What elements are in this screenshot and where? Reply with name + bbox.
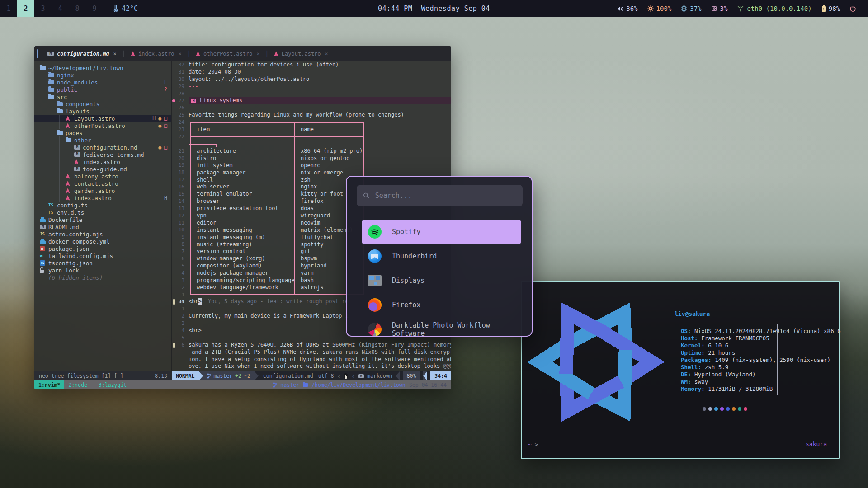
tmux-window-lazygit[interactable]: 3:lazygit: [94, 380, 131, 389]
tree-item[interactable]: layouts: [34, 108, 171, 115]
filetype: markdown: [367, 373, 392, 379]
launcher-item-firefox[interactable]: Firefox: [362, 293, 521, 317]
workspace-9[interactable]: 9: [86, 0, 103, 17]
launcher-item-darktable[interactable]: Darktable Photo Workflow Software: [362, 317, 521, 337]
tree-item[interactable]: docker-compose.yml: [34, 238, 171, 245]
app-label: Firefox: [392, 301, 420, 309]
power-button[interactable]: [849, 5, 856, 12]
app-label: Darktable Photo Workflow Software: [392, 321, 521, 337]
date: Wednesday Sep 04: [421, 5, 490, 13]
table-row: architecturex86_64 (rip m2 pro): [191, 148, 363, 155]
tree-item[interactable]: balcony.astro: [34, 173, 171, 180]
tree-item[interactable]: Mtone-guide.md: [34, 165, 171, 173]
tmux-branch: master: [281, 382, 300, 388]
powerline-separator: [423, 371, 427, 380]
tree-item[interactable]: contact.astro: [34, 180, 171, 187]
tree-item[interactable]: other: [34, 136, 171, 144]
shell-prompt[interactable]: ~ >: [528, 441, 546, 448]
file-tree[interactable]: ~/Development/liv.townnginxnode_modulesE…: [34, 61, 172, 371]
tab-layout-astro[interactable]: Layout.astro ×: [269, 46, 334, 61]
git-changed: ~2: [244, 373, 250, 379]
tmux-window-node[interactable]: 2:node-: [64, 380, 94, 389]
tree-item[interactable]: ~/Development/liv.town: [34, 64, 171, 71]
prompt-char: >: [535, 441, 538, 448]
bufferline-indicator: [37, 49, 38, 58]
brightness-module[interactable]: 100%: [647, 5, 672, 12]
terminal-window[interactable]: liv@sakura OS: NixOS 24.11.20240828.71e9…: [521, 281, 840, 459]
tab-otherpost-astro[interactable]: otherPost.astro ×: [190, 46, 265, 61]
tree-item[interactable]: MREADME.md: [34, 223, 171, 230]
buffer-line: 29---: [172, 83, 451, 90]
workspace-2-active[interactable]: 2: [17, 0, 34, 17]
table-row: privilege escalation tooldoas: [191, 205, 363, 212]
close-icon[interactable]: ×: [113, 51, 117, 57]
tab-index-astro[interactable]: index.astro ×: [125, 46, 187, 61]
battery-icon: [821, 5, 826, 12]
tree-item[interactable]: Dockerfile: [34, 216, 171, 223]
tree-item[interactable]: TStsconfig.json: [34, 259, 171, 267]
git-status: master +2 ~2: [203, 371, 255, 380]
tab-configuration-md[interactable]: M configuration.md ×: [42, 46, 122, 61]
launcher-item-spotify[interactable]: Spotify: [362, 220, 521, 244]
markdown-icon: M: [47, 52, 54, 56]
table-row: init systemopenrc: [191, 162, 363, 169]
buffer-line: and a 2TB (Crucial P5 Plus) NVMe drive. …: [172, 349, 451, 356]
volume-value: 36%: [626, 5, 637, 12]
tab-label: otherPost.astro: [203, 51, 252, 57]
tree-item[interactable]: package.json: [34, 245, 171, 252]
tree-item[interactable]: index.astroH: [34, 194, 171, 202]
tree-item[interactable]: Mfediverse-terms.md: [34, 151, 171, 158]
buffer-line: 26: [172, 104, 451, 112]
workspace-1[interactable]: 1: [0, 0, 17, 17]
tree-item[interactable]: ≈tailwind.config.mjs: [34, 252, 171, 259]
table-row: window manager (xorg)bspwm: [191, 255, 363, 263]
tree-item[interactable]: public?: [34, 86, 171, 93]
network-module[interactable]: eth0 (10.0.0.140): [737, 5, 811, 12]
power-icon: [849, 5, 856, 12]
gpu-module[interactable]: 3%: [711, 5, 728, 12]
git-branch-icon: [273, 382, 277, 388]
tree-item[interactable]: nginx: [34, 71, 171, 79]
workspace-3[interactable]: 3: [34, 0, 52, 17]
table-row: package managernix or emerge: [191, 169, 363, 177]
vim-mode: NORMAL: [172, 371, 199, 380]
tree-item[interactable]: pages: [34, 129, 171, 136]
temperature-value: 42°C: [122, 5, 138, 13]
volume-module[interactable]: 36%: [617, 5, 637, 12]
tree-item[interactable]: index.astro: [34, 158, 171, 165]
tree-item[interactable]: garden.astro: [34, 187, 171, 194]
tree-item[interactable]: yarn.lock: [34, 267, 171, 274]
tree-item[interactable]: TSconfig.ts: [34, 202, 171, 209]
launcher-search[interactable]: [357, 185, 523, 206]
buffer-line: 27Linux systems: [172, 97, 451, 104]
cpu-module[interactable]: 37%: [681, 5, 701, 12]
tree-item[interactable]: Mconfiguration.md●□: [34, 144, 171, 151]
table-row: editorneovim: [191, 220, 363, 227]
tree-item[interactable]: otherPost.astro●□: [34, 122, 171, 129]
buffer-line: 32title: configuration for devices i use…: [172, 61, 451, 69]
tab-separator: │: [122, 51, 125, 57]
close-icon[interactable]: ×: [256, 51, 259, 57]
battery-module[interactable]: 98%: [821, 5, 840, 12]
palette-dot: [714, 407, 718, 411]
workspace-8[interactable]: 8: [69, 0, 86, 17]
tree-item[interactable]: (6 hidden items): [34, 274, 171, 281]
fetch-field: Shell: zsh 5.9: [681, 364, 841, 371]
launcher-item-displays[interactable]: Displays: [362, 268, 521, 293]
tree-item[interactable]: src: [34, 93, 171, 100]
close-icon[interactable]: ×: [179, 51, 182, 57]
tree-item[interactable]: TSenv.d.ts: [34, 209, 171, 216]
tree-item[interactable]: Layout.astroH●□: [34, 115, 171, 122]
tree-item[interactable]: components: [34, 100, 171, 108]
fetch-field: Memory: 11731MiB / 31280MiB: [681, 385, 841, 393]
tmux-window-nvim[interactable]: 1:nvim*: [34, 380, 64, 389]
table-row: terminal emulatorkitty or foot: [191, 191, 363, 198]
search-input[interactable]: [374, 191, 516, 200]
tree-item[interactable]: JSastro.config.mjs: [34, 230, 171, 238]
close-icon[interactable]: ×: [325, 51, 328, 57]
workspace-4[interactable]: 4: [52, 0, 69, 17]
tab-label: Layout.astro: [282, 51, 321, 57]
time: 04:44 PM: [378, 5, 412, 13]
tree-item[interactable]: node_modulesE: [34, 79, 171, 86]
launcher-item-thunderbird[interactable]: Thunderbird: [362, 244, 521, 268]
